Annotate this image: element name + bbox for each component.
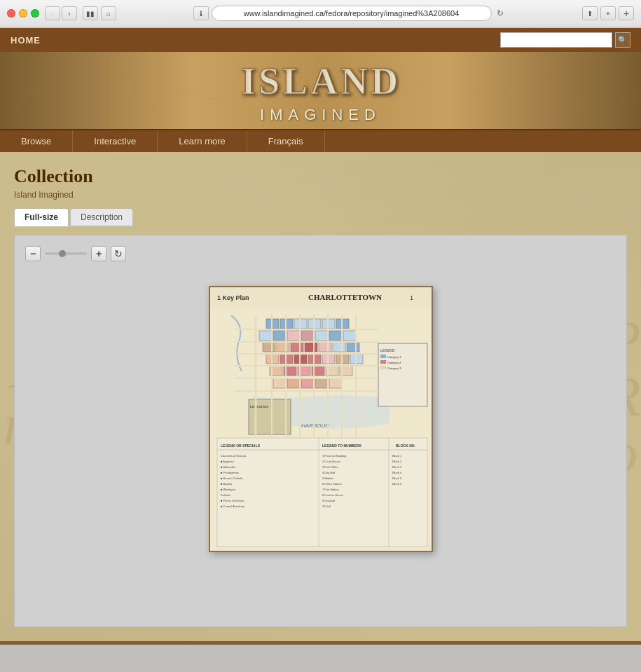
svg-text:Block 6: Block 6: [392, 482, 402, 486]
back-button[interactable]: ‹: [45, 6, 60, 20]
svg-rect-23: [319, 342, 331, 352]
svg-text:1 Province Building: 1 Province Building: [322, 454, 346, 458]
reader-mode-button[interactable]: ▮▮: [83, 6, 98, 20]
svg-rect-18: [343, 331, 356, 341]
nav-francais[interactable]: Français: [247, 130, 325, 152]
svg-rect-21: [291, 342, 303, 352]
svg-text:■ Central Academy: ■ Central Academy: [221, 505, 244, 508]
browser-toolbar-right: ⬆ + +: [582, 6, 634, 20]
reload-button[interactable]: ↻: [495, 8, 506, 19]
nav-bar: Browse Interactive Learn more Français: [0, 129, 641, 152]
svg-text:■ Baptist: ■ Baptist: [221, 482, 233, 486]
svg-text:Block 5: Block 5: [392, 476, 402, 480]
svg-rect-25: [347, 342, 359, 352]
map-image: 1 Key Plan CHARLOTTETOWN 1: [209, 286, 433, 552]
main-content: I n P R o Collection Island Imagined Ful…: [0, 152, 641, 641]
site-title-main: ISLAND: [202, 57, 440, 106]
svg-text:1   Key Plan: 1 Key Plan: [217, 294, 249, 301]
zoom-slider-thumb: [59, 250, 66, 257]
url-bar[interactable]: www.islandimagined.ca/fedora/repository/…: [212, 6, 492, 21]
svg-text:HARBOUR: HARBOUR: [301, 423, 329, 429]
nav-browse[interactable]: Browse: [0, 130, 73, 152]
content-inner: Collection Island Imagined Full-size Des…: [14, 166, 627, 627]
svg-text:CHARLOTTETOWN: CHARLOTTETOWN: [308, 293, 382, 301]
svg-text:■ Roman Catholic: ■ Roman Catholic: [221, 476, 243, 480]
add-bookmark-button[interactable]: +: [600, 6, 616, 20]
svg-text:Block 3: Block 3: [392, 465, 402, 469]
nav-learn-more[interactable]: Learn more: [158, 130, 247, 152]
svg-rect-12: [259, 331, 272, 341]
home-browser-button[interactable]: ⌂: [101, 6, 116, 20]
svg-rect-41: [301, 378, 314, 388]
svg-text:■ Methodist: ■ Methodist: [221, 465, 236, 469]
close-button[interactable]: [7, 9, 15, 18]
svg-rect-20: [277, 342, 289, 352]
svg-text:Churches & Schools: Churches & Schools: [221, 454, 246, 458]
svg-text:ISLAND: ISLAND: [240, 60, 400, 100]
search-input[interactable]: [500, 32, 612, 48]
svg-rect-15: [301, 331, 314, 341]
new-tab-button[interactable]: +: [619, 6, 634, 20]
minimize-button[interactable]: [19, 9, 27, 18]
svg-text:4 City Hall: 4 City Hall: [322, 471, 335, 474]
info-button[interactable]: ℹ: [193, 6, 209, 20]
svg-rect-17: [329, 331, 342, 341]
svg-rect-19: [263, 342, 275, 352]
website: HOME 🔍 ISLAND IMAGINED Browse Interactiv…: [0, 28, 641, 645]
svg-text:9 Hospital: 9 Hospital: [322, 499, 335, 502]
svg-text:Schools: Schools: [221, 493, 230, 497]
svg-rect-40: [287, 378, 300, 388]
search-bar: 🔍: [500, 32, 630, 48]
svg-text:■ Anglican: ■ Anglican: [221, 460, 234, 463]
svg-text:3 Post Office: 3 Post Office: [322, 465, 339, 469]
svg-rect-52: [380, 366, 386, 369]
url-wrapper: ℹ www.islandimagined.ca/fedora/repositor…: [122, 6, 577, 21]
svg-text:Category 2: Category 2: [387, 361, 401, 364]
svg-text:LEGEND OR SPECIALS: LEGEND OR SPECIALS: [221, 444, 261, 448]
svg-text:6 Police Station: 6 Police Station: [322, 482, 342, 486]
forward-button[interactable]: ›: [62, 6, 77, 20]
share-button[interactable]: ⬆: [582, 6, 598, 20]
svg-rect-16: [315, 331, 328, 341]
browser-toolbar-left: ▮▮ ⌂: [83, 6, 116, 20]
tabs: Full-size Description: [14, 208, 627, 226]
svg-text:2 Court House: 2 Court House: [322, 460, 341, 463]
image-viewer: − + ↻: [14, 235, 627, 627]
svg-text:■ Prince St School: ■ Prince St School: [221, 499, 244, 502]
browser-chrome: ‹ › ▮▮ ⌂ ℹ www.islandimagined.ca/fedora/…: [0, 0, 641, 28]
svg-text:7 Fire Station: 7 Fire Station: [322, 488, 339, 491]
svg-text:10 Jail: 10 Jail: [322, 505, 331, 508]
zoom-slider[interactable]: [45, 252, 87, 255]
svg-text:■ Presbyterian: ■ Presbyterian: [221, 471, 239, 474]
traffic-lights: [7, 9, 39, 18]
search-button[interactable]: 🔍: [615, 32, 630, 48]
map-svg: 1 Key Plan CHARLOTTETOWN 1: [210, 287, 433, 552]
svg-text:Block 1: Block 1: [392, 454, 402, 458]
svg-text:5 Market: 5 Market: [322, 476, 333, 480]
island-logo-svg: ISLAND: [202, 57, 440, 100]
svg-rect-42: [315, 378, 328, 388]
zoom-out-button[interactable]: −: [25, 246, 41, 261]
tab-description[interactable]: Description: [70, 208, 133, 226]
site-title-sub: IMAGINED: [202, 106, 440, 124]
browser-titlebar: ‹ › ▮▮ ⌂ ℹ www.islandimagined.ca/fedora/…: [0, 0, 641, 27]
nav-interactive[interactable]: Interactive: [73, 130, 158, 152]
maximize-button[interactable]: [31, 9, 39, 18]
svg-rect-22: [305, 342, 317, 352]
map-container: 1 Key Plan CHARLOTTETOWN 1: [25, 272, 616, 566]
svg-rect-13: [273, 331, 286, 341]
page-title: Collection: [14, 166, 627, 187]
browser-nav-buttons: ‹ ›: [45, 6, 77, 20]
tab-fullsize[interactable]: Full-size: [14, 208, 69, 226]
svg-rect-39: [273, 378, 286, 388]
svg-text:Legend box: Legend box: [250, 404, 269, 409]
home-link[interactable]: HOME: [11, 35, 41, 46]
svg-text:Category 3: Category 3: [387, 366, 401, 370]
svg-rect-24: [333, 342, 345, 352]
svg-text:LEGEND: LEGEND: [380, 348, 395, 352]
rotate-button[interactable]: ↻: [111, 246, 126, 261]
svg-text:Block 4: Block 4: [392, 471, 402, 474]
zoom-in-button[interactable]: +: [91, 246, 106, 261]
svg-text:■ Wesleyan: ■ Wesleyan: [221, 488, 235, 491]
svg-text:8 Custom House: 8 Custom House: [322, 493, 344, 497]
